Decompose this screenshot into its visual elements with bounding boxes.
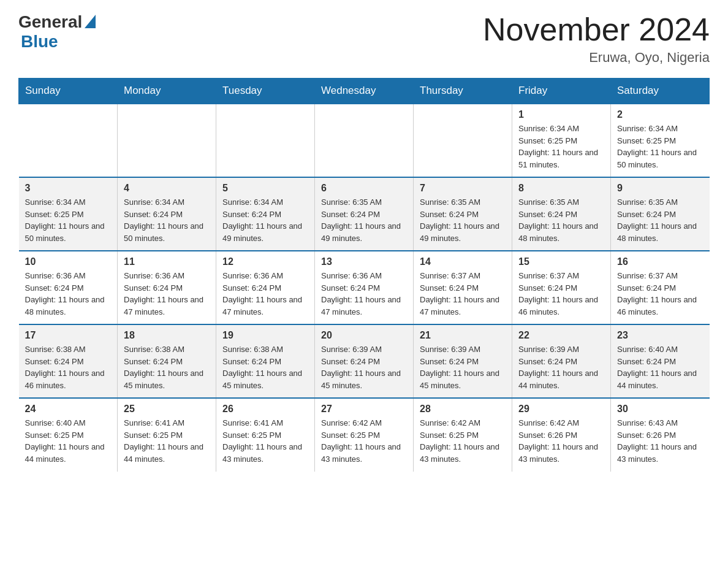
calendar-cell: 12Sunrise: 6:36 AM Sunset: 6:24 PM Dayli… bbox=[216, 251, 315, 324]
day-number: 23 bbox=[617, 330, 703, 341]
calendar-week-row: 10Sunrise: 6:36 AM Sunset: 6:24 PM Dayli… bbox=[19, 251, 710, 324]
day-info: Sunrise: 6:34 AM Sunset: 6:24 PM Dayligh… bbox=[124, 196, 210, 244]
day-info: Sunrise: 6:39 AM Sunset: 6:24 PM Dayligh… bbox=[518, 343, 604, 391]
calendar-cell: 20Sunrise: 6:39 AM Sunset: 6:24 PM Dayli… bbox=[315, 324, 414, 398]
header-tuesday: Tuesday bbox=[216, 79, 315, 104]
day-number: 17 bbox=[25, 330, 112, 341]
day-number: 16 bbox=[617, 256, 703, 267]
calendar-cell bbox=[19, 104, 118, 177]
day-info: Sunrise: 6:36 AM Sunset: 6:24 PM Dayligh… bbox=[25, 270, 112, 318]
day-number: 13 bbox=[321, 256, 407, 267]
day-info: Sunrise: 6:34 AM Sunset: 6:25 PM Dayligh… bbox=[617, 123, 703, 170]
day-number: 30 bbox=[617, 404, 703, 415]
day-info: Sunrise: 6:37 AM Sunset: 6:24 PM Dayligh… bbox=[617, 270, 703, 318]
calendar-cell: 19Sunrise: 6:38 AM Sunset: 6:24 PM Dayli… bbox=[216, 324, 315, 398]
day-info: Sunrise: 6:42 AM Sunset: 6:25 PM Dayligh… bbox=[420, 417, 506, 465]
day-number: 28 bbox=[420, 404, 506, 415]
calendar-week-row: 24Sunrise: 6:40 AM Sunset: 6:25 PM Dayli… bbox=[19, 398, 710, 472]
day-info: Sunrise: 6:42 AM Sunset: 6:25 PM Dayligh… bbox=[321, 417, 407, 465]
day-number: 11 bbox=[124, 256, 210, 267]
day-info: Sunrise: 6:38 AM Sunset: 6:24 PM Dayligh… bbox=[25, 343, 112, 391]
day-info: Sunrise: 6:37 AM Sunset: 6:24 PM Dayligh… bbox=[420, 270, 506, 318]
day-number: 9 bbox=[617, 183, 703, 194]
calendar-header: Sunday Monday Tuesday Wednesday Thursday… bbox=[19, 79, 710, 104]
day-info: Sunrise: 6:40 AM Sunset: 6:24 PM Dayligh… bbox=[617, 343, 703, 391]
day-info: Sunrise: 6:35 AM Sunset: 6:24 PM Dayligh… bbox=[321, 196, 407, 244]
calendar-cell: 2Sunrise: 6:34 AM Sunset: 6:25 PM Daylig… bbox=[611, 104, 710, 177]
day-number: 7 bbox=[420, 183, 506, 194]
calendar-week-row: 3Sunrise: 6:34 AM Sunset: 6:25 PM Daylig… bbox=[19, 177, 710, 251]
day-info: Sunrise: 6:34 AM Sunset: 6:24 PM Dayligh… bbox=[222, 196, 308, 244]
logo-text-blue: Blue bbox=[21, 32, 58, 52]
title-section: November 2024 Eruwa, Oyo, Nigeria bbox=[483, 12, 710, 66]
calendar-cell: 22Sunrise: 6:39 AM Sunset: 6:24 PM Dayli… bbox=[512, 324, 611, 398]
day-info: Sunrise: 6:36 AM Sunset: 6:24 PM Dayligh… bbox=[124, 270, 210, 318]
calendar-cell: 26Sunrise: 6:41 AM Sunset: 6:25 PM Dayli… bbox=[216, 398, 315, 472]
calendar-cell: 4Sunrise: 6:34 AM Sunset: 6:24 PM Daylig… bbox=[118, 177, 216, 251]
calendar-cell: 16Sunrise: 6:37 AM Sunset: 6:24 PM Dayli… bbox=[611, 251, 710, 324]
calendar-cell bbox=[414, 104, 512, 177]
header-friday: Friday bbox=[512, 79, 611, 104]
day-number: 25 bbox=[124, 404, 210, 415]
calendar-table: Sunday Monday Tuesday Wednesday Thursday… bbox=[18, 78, 710, 472]
day-info: Sunrise: 6:39 AM Sunset: 6:24 PM Dayligh… bbox=[321, 343, 407, 391]
day-info: Sunrise: 6:35 AM Sunset: 6:24 PM Dayligh… bbox=[518, 196, 604, 244]
calendar-cell: 23Sunrise: 6:40 AM Sunset: 6:24 PM Dayli… bbox=[611, 324, 710, 398]
calendar-cell: 27Sunrise: 6:42 AM Sunset: 6:25 PM Dayli… bbox=[315, 398, 414, 472]
calendar-cell: 13Sunrise: 6:36 AM Sunset: 6:24 PM Dayli… bbox=[315, 251, 414, 324]
day-info: Sunrise: 6:34 AM Sunset: 6:25 PM Dayligh… bbox=[25, 196, 112, 244]
day-info: Sunrise: 6:37 AM Sunset: 6:24 PM Dayligh… bbox=[518, 270, 604, 318]
calendar-cell: 28Sunrise: 6:42 AM Sunset: 6:25 PM Dayli… bbox=[414, 398, 512, 472]
day-number: 21 bbox=[420, 330, 506, 341]
calendar-cell: 25Sunrise: 6:41 AM Sunset: 6:25 PM Dayli… bbox=[118, 398, 216, 472]
day-number: 18 bbox=[124, 330, 210, 341]
calendar-cell: 11Sunrise: 6:36 AM Sunset: 6:24 PM Dayli… bbox=[118, 251, 216, 324]
weekday-header-row: Sunday Monday Tuesday Wednesday Thursday… bbox=[19, 79, 710, 104]
header-sunday: Sunday bbox=[19, 79, 118, 104]
day-info: Sunrise: 6:36 AM Sunset: 6:24 PM Dayligh… bbox=[321, 270, 407, 318]
day-info: Sunrise: 6:38 AM Sunset: 6:24 PM Dayligh… bbox=[222, 343, 308, 391]
calendar-cell: 5Sunrise: 6:34 AM Sunset: 6:24 PM Daylig… bbox=[216, 177, 315, 251]
day-info: Sunrise: 6:40 AM Sunset: 6:25 PM Dayligh… bbox=[25, 417, 112, 465]
day-number: 26 bbox=[222, 404, 308, 415]
calendar-cell bbox=[118, 104, 216, 177]
calendar-cell: 10Sunrise: 6:36 AM Sunset: 6:24 PM Dayli… bbox=[19, 251, 118, 324]
logo: General Blue bbox=[18, 12, 96, 52]
day-number: 19 bbox=[222, 330, 308, 341]
day-number: 12 bbox=[222, 256, 308, 267]
day-info: Sunrise: 6:36 AM Sunset: 6:24 PM Dayligh… bbox=[222, 270, 308, 318]
logo-text-general: General bbox=[18, 12, 82, 32]
month-title: November 2024 bbox=[483, 12, 710, 47]
day-number: 4 bbox=[124, 183, 210, 194]
day-info: Sunrise: 6:38 AM Sunset: 6:24 PM Dayligh… bbox=[124, 343, 210, 391]
day-info: Sunrise: 6:41 AM Sunset: 6:25 PM Dayligh… bbox=[124, 417, 210, 465]
calendar-cell: 15Sunrise: 6:37 AM Sunset: 6:24 PM Dayli… bbox=[512, 251, 611, 324]
day-number: 29 bbox=[518, 404, 604, 415]
calendar-week-row: 17Sunrise: 6:38 AM Sunset: 6:24 PM Dayli… bbox=[19, 324, 710, 398]
day-number: 6 bbox=[321, 183, 407, 194]
day-number: 22 bbox=[518, 330, 604, 341]
calendar-cell: 9Sunrise: 6:35 AM Sunset: 6:24 PM Daylig… bbox=[611, 177, 710, 251]
day-number: 8 bbox=[518, 183, 604, 194]
header-monday: Monday bbox=[118, 79, 216, 104]
day-number: 14 bbox=[420, 256, 506, 267]
calendar-cell: 1Sunrise: 6:34 AM Sunset: 6:25 PM Daylig… bbox=[512, 104, 611, 177]
day-number: 1 bbox=[518, 109, 604, 120]
calendar-cell: 14Sunrise: 6:37 AM Sunset: 6:24 PM Dayli… bbox=[414, 251, 512, 324]
day-info: Sunrise: 6:34 AM Sunset: 6:25 PM Dayligh… bbox=[518, 123, 604, 170]
day-number: 15 bbox=[518, 256, 604, 267]
calendar-week-row: 1Sunrise: 6:34 AM Sunset: 6:25 PM Daylig… bbox=[19, 104, 710, 177]
day-info: Sunrise: 6:35 AM Sunset: 6:24 PM Dayligh… bbox=[420, 196, 506, 244]
calendar-cell: 7Sunrise: 6:35 AM Sunset: 6:24 PM Daylig… bbox=[414, 177, 512, 251]
calendar-cell: 24Sunrise: 6:40 AM Sunset: 6:25 PM Dayli… bbox=[19, 398, 118, 472]
day-number: 24 bbox=[25, 404, 112, 415]
calendar-cell: 21Sunrise: 6:39 AM Sunset: 6:24 PM Dayli… bbox=[414, 324, 512, 398]
day-number: 27 bbox=[321, 404, 407, 415]
calendar-cell: 3Sunrise: 6:34 AM Sunset: 6:25 PM Daylig… bbox=[19, 177, 118, 251]
header-thursday: Thursday bbox=[414, 79, 512, 104]
day-number: 10 bbox=[25, 256, 112, 267]
calendar-cell: 18Sunrise: 6:38 AM Sunset: 6:24 PM Dayli… bbox=[118, 324, 216, 398]
header-wednesday: Wednesday bbox=[315, 79, 414, 104]
day-number: 5 bbox=[222, 183, 308, 194]
calendar-cell bbox=[315, 104, 414, 177]
